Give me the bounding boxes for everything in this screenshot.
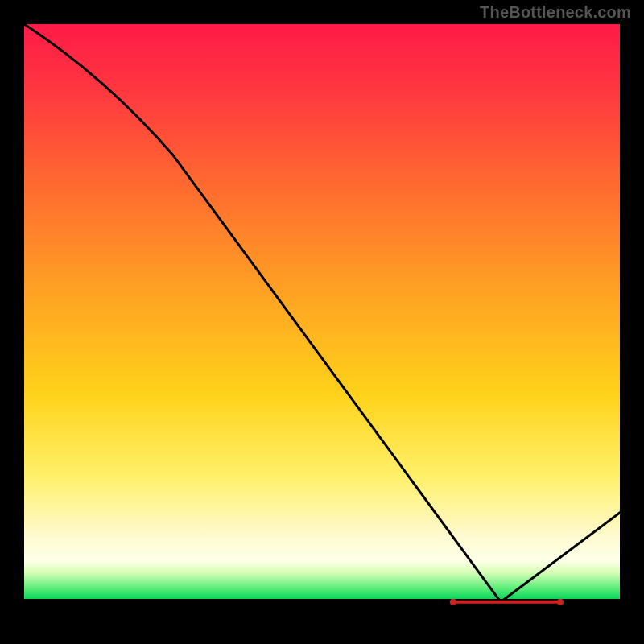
plot-area xyxy=(24,24,620,620)
watermark-text: TheBottleneck.com xyxy=(480,3,631,22)
optimal-range-start-dot xyxy=(450,599,456,605)
chart-container: TheBottleneck.com xyxy=(0,0,644,644)
bottleneck-curve xyxy=(24,24,620,602)
chart-overlay xyxy=(24,24,620,620)
optimal-range-end-dot xyxy=(557,599,564,605)
